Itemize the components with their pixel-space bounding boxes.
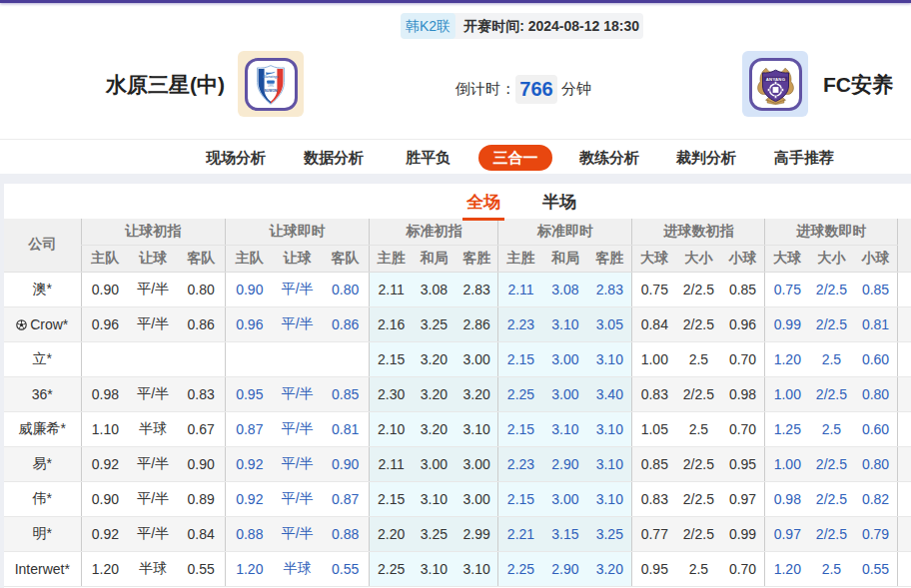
svg-text:SUWON: SUWON	[265, 88, 279, 92]
svg-text:Bluewings: Bluewings	[263, 74, 279, 78]
svg-text:1995: 1995	[268, 84, 274, 88]
svg-text:ANYANG: ANYANG	[765, 76, 785, 81]
